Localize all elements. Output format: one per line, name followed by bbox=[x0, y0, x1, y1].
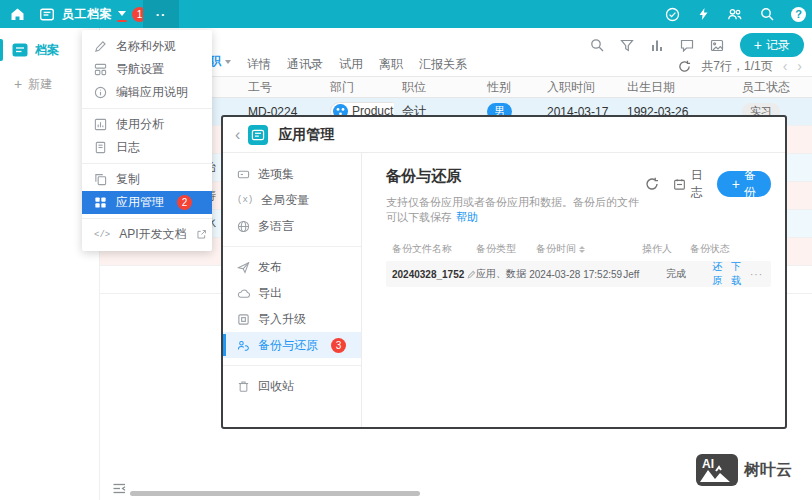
col-backup-time[interactable]: 备份时间 bbox=[536, 242, 642, 256]
col-backup-name: 备份文件名称 bbox=[386, 242, 476, 256]
nav-item-export[interactable]: 导出 bbox=[223, 280, 361, 306]
new-backup-button[interactable]: + 备份 bbox=[717, 171, 771, 197]
nav-item-backup-restore[interactable]: 备份与还原 3 bbox=[223, 332, 361, 358]
menu-item-usage-analytics[interactable]: 使用分析 bbox=[82, 113, 212, 136]
dialog-nav: 选项集 (x) 全局变量 多语言 发布 bbox=[223, 153, 362, 427]
col-status[interactable]: 员工状态 bbox=[734, 79, 812, 96]
col-operator: 操作人 bbox=[642, 242, 690, 256]
new-label: 新建 bbox=[28, 76, 52, 93]
back-chevron-icon[interactable]: ‹ bbox=[235, 127, 240, 143]
menu-item-nav-settings[interactable]: 导航设置 bbox=[82, 58, 212, 81]
restore-action[interactable]: 还原 bbox=[712, 260, 722, 288]
dialog-title: 应用管理 bbox=[278, 126, 334, 144]
menu-item-logs[interactable]: 日志 bbox=[82, 136, 212, 159]
app-dropdown-menu: 名称和外观 导航设置 编辑应用说明 使用分析 日志 bbox=[82, 30, 212, 251]
plus-icon: + bbox=[14, 77, 22, 91]
discussion-icon[interactable] bbox=[680, 39, 694, 52]
step-badge-2: 2 bbox=[177, 195, 192, 210]
refresh-icon[interactable] bbox=[678, 60, 691, 73]
pagination-text: 共7行，1/1页 bbox=[701, 58, 772, 75]
download-action[interactable]: 下载 bbox=[731, 260, 741, 288]
step-badge-3: 3 bbox=[331, 338, 346, 353]
sort-icon bbox=[579, 246, 585, 253]
log-button[interactable]: 日志 bbox=[673, 167, 703, 201]
chevron-down-icon bbox=[225, 60, 231, 64]
backup-operator-cell: Jeff bbox=[623, 269, 666, 280]
active-indicator bbox=[0, 39, 3, 61]
nav-item-global-variables[interactable]: (x) 全局变量 bbox=[223, 187, 361, 213]
search-icon[interactable] bbox=[760, 7, 774, 21]
app-title: 员工档案 bbox=[62, 6, 112, 23]
col-dept[interactable]: 部门 bbox=[322, 79, 394, 96]
list-meta: 共7行，1/1页 ‹ › bbox=[678, 55, 802, 77]
dialog-app-icon bbox=[248, 125, 268, 145]
nav-divider bbox=[223, 246, 361, 247]
info-icon bbox=[94, 86, 107, 99]
log-file-icon bbox=[94, 141, 107, 154]
col-hire-date[interactable]: 入职时间 bbox=[539, 79, 619, 96]
external-link-icon bbox=[196, 229, 207, 240]
watermark-brand: 树叶云 bbox=[744, 460, 792, 481]
variable-icon: (x) bbox=[237, 195, 253, 205]
nav-item-option-sets[interactable]: 选项集 bbox=[223, 161, 361, 187]
code-icon: </> bbox=[94, 230, 110, 240]
menu-divider bbox=[82, 163, 212, 164]
app-grid-icon bbox=[94, 196, 107, 209]
col-gender[interactable]: 性别 bbox=[479, 79, 539, 96]
more-actions-icon[interactable]: ··· bbox=[750, 269, 763, 280]
panel-controls: 日志 + 备份 bbox=[645, 167, 771, 201]
menu-item-duplicate[interactable]: 复制 bbox=[82, 168, 212, 191]
backup-status-cell: 完成 bbox=[666, 267, 712, 281]
analytics-icon bbox=[94, 118, 107, 131]
layout-icon bbox=[94, 63, 107, 76]
col-backup-status: 备份状态 bbox=[690, 242, 742, 256]
watermark: AI 树叶云 bbox=[696, 454, 792, 486]
package-icon bbox=[237, 313, 250, 326]
list-toolbar: + 记录 bbox=[590, 33, 804, 57]
backup-time-cell: 2024-03-28 17:52:59 bbox=[529, 269, 623, 280]
nav-item-recycle-bin[interactable]: 回收站 bbox=[223, 373, 361, 399]
app-switch-caret[interactable] bbox=[117, 7, 129, 21]
menu-item-app-management[interactable]: 应用管理 2 bbox=[82, 191, 212, 214]
col-birth-date[interactable]: 出生日期 bbox=[619, 79, 734, 96]
active-indicator bbox=[223, 334, 226, 356]
collapse-sidebar-icon[interactable] bbox=[112, 482, 127, 495]
backup-name-cell: 20240328_1752 bbox=[386, 269, 476, 280]
menu-item-name-appearance[interactable]: 名称和外观 bbox=[82, 35, 212, 58]
nav-item-import-upgrade[interactable]: 导入升级 bbox=[223, 306, 361, 332]
statistics-icon[interactable] bbox=[650, 39, 664, 52]
nav-divider bbox=[223, 365, 361, 366]
app-more-menu-button[interactable]: ·· bbox=[143, 0, 179, 28]
members-icon[interactable] bbox=[727, 7, 743, 21]
trash-icon bbox=[237, 380, 250, 393]
task-check-icon[interactable] bbox=[665, 7, 680, 22]
menu-item-edit-description[interactable]: 编辑应用说明 bbox=[82, 81, 212, 104]
red-underline bbox=[117, 20, 127, 22]
gallery-view-icon[interactable] bbox=[710, 39, 724, 52]
dialog-header: ‹ 应用管理 bbox=[223, 117, 785, 153]
nav-item-publish[interactable]: 发布 bbox=[223, 254, 361, 280]
backup-row[interactable]: 20240328_1752 应用、数据 2024-03-28 17:52:59 … bbox=[386, 261, 771, 287]
next-page-icon[interactable]: › bbox=[797, 59, 802, 73]
archive-icon bbox=[12, 43, 28, 57]
col-emp-id[interactable]: 工号 bbox=[240, 79, 322, 96]
home-icon[interactable] bbox=[10, 7, 25, 22]
refresh-icon[interactable] bbox=[645, 177, 659, 191]
prev-page-icon[interactable]: ‹ bbox=[783, 59, 788, 73]
menu-item-api-docs[interactable]: </> API开发文档 bbox=[82, 223, 212, 246]
col-position[interactable]: 职位 bbox=[394, 79, 479, 96]
add-record-button[interactable]: + 记录 bbox=[740, 33, 804, 57]
help-icon[interactable]: ? bbox=[791, 7, 806, 22]
edit-pencil-icon[interactable] bbox=[467, 270, 476, 279]
app-book-icon bbox=[39, 7, 55, 22]
pencil-icon bbox=[94, 40, 107, 53]
nav-item-multilanguage[interactable]: 多语言 bbox=[223, 213, 361, 239]
record-search-icon[interactable] bbox=[590, 38, 604, 52]
help-link[interactable]: 帮助 bbox=[456, 211, 478, 223]
horizontal-scrollbar[interactable] bbox=[130, 491, 420, 496]
panel-description: 支持仅备份应用或者备份应用和数据。备份后的文件可以下载保存帮助 bbox=[386, 195, 645, 225]
lightning-icon[interactable] bbox=[697, 7, 710, 21]
col-backup-type: 备份类型 bbox=[476, 242, 536, 256]
filter-icon[interactable] bbox=[620, 39, 634, 52]
backup-table-header: 备份文件名称 备份类型 备份时间 操作人 备份状态 bbox=[386, 241, 771, 257]
